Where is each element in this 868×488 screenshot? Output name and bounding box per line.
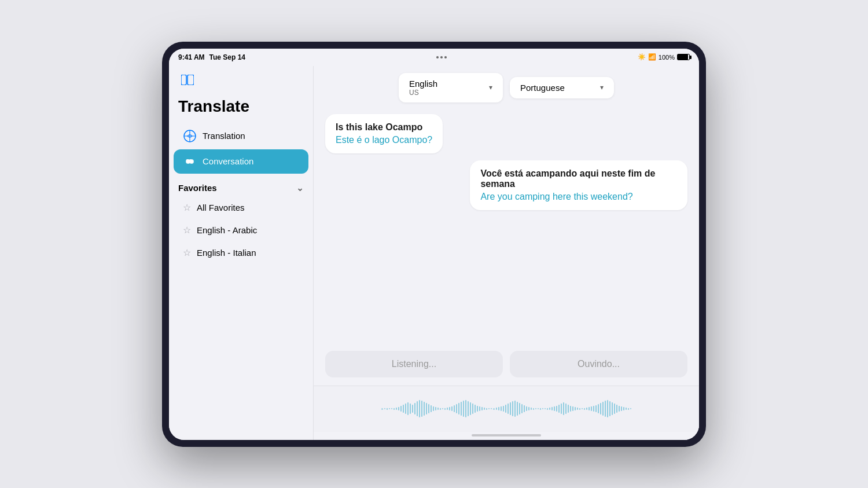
msg-left-original: Is this lake Ocampo (336, 122, 432, 133)
app-title: Translate (169, 97, 313, 116)
main-content: English US ▾ Portuguese ▾ (314, 66, 699, 440)
battery-label: 100% (659, 54, 675, 61)
conversation-label: Conversation (203, 156, 253, 166)
message-bubble-right: Você está acampando aqui neste fim de se… (470, 160, 687, 210)
lang-left-main: English (409, 79, 437, 89)
favorites-list: ☆ All Favorites ☆ English - Arabic ☆ Eng… (169, 197, 313, 265)
device-frame: 9:41 AM Tue Sep 14 ☀️ 📶 100% (162, 42, 706, 447)
status-bar: 9:41 AM Tue Sep 14 ☀️ 📶 100% (169, 49, 699, 66)
sidebar: Translate Translation (169, 66, 314, 440)
listen-right-button[interactable]: Ouvindo... (510, 351, 687, 377)
wifi-icon: 📶 (648, 53, 656, 61)
conversation-icon (183, 155, 197, 168)
lang-left-chevron-icon: ▾ (489, 83, 492, 91)
status-time: 9:41 AM (178, 53, 205, 61)
status-date: Tue Sep 14 (209, 53, 245, 61)
message-bubble-left: Is this lake Ocampo Este é o lago Ocampo… (325, 114, 443, 153)
favorites-label: Favorites (178, 183, 217, 193)
language-selector: English US ▾ Portuguese ▾ (314, 66, 699, 109)
svg-rect-1 (187, 75, 194, 85)
fav-item-all[interactable]: ☆ All Favorites (174, 197, 308, 218)
lang-left-button[interactable]: English US ▾ (399, 73, 503, 102)
home-bar (472, 434, 541, 436)
status-dots (436, 56, 447, 58)
msg-right-translated: Are you camping here this weekend? (480, 192, 677, 202)
fav-all-label: All Favorites (197, 203, 245, 212)
msg-right-original: Você está acampando aqui neste fim de se… (480, 168, 677, 189)
lang-right-chevron-icon: ▾ (600, 83, 604, 91)
translation-label: Translation (203, 131, 245, 141)
sun-icon: ☀️ (638, 53, 646, 61)
star-icon-arabic: ☆ (183, 225, 191, 236)
lang-left-sub: US (409, 89, 419, 97)
listen-left-button[interactable]: Listening... (325, 351, 503, 377)
app-body: Translate Translation (169, 66, 699, 440)
fav-arabic-label: English - Arabic (197, 225, 257, 235)
star-icon-italian: ☆ (183, 247, 191, 258)
waveform-visualization (325, 400, 687, 417)
msg-left-translated: Este é o lago Ocampo? (336, 135, 432, 145)
status-icons: ☀️ 📶 100% (638, 53, 690, 61)
nav-item-translation[interactable]: Translation (174, 124, 308, 148)
favorites-chevron-icon[interactable]: ⌄ (296, 183, 304, 193)
fav-italian-label: English - Italian (197, 248, 256, 258)
home-indicator (314, 432, 699, 440)
svg-rect-0 (181, 75, 186, 85)
battery-icon (677, 54, 690, 60)
favorites-section-header: Favorites ⌄ (169, 175, 313, 197)
fav-item-italian[interactable]: ☆ English - Italian (174, 242, 308, 263)
star-icon-all: ☆ (183, 202, 191, 213)
device-screen: 9:41 AM Tue Sep 14 ☀️ 📶 100% (169, 49, 699, 440)
lang-right-main: Portuguese (520, 83, 565, 93)
waveform-area (314, 386, 699, 432)
fav-item-arabic[interactable]: ☆ English - Arabic (174, 219, 308, 241)
listening-row: Listening... Ouvindo... (314, 345, 699, 386)
nav-item-conversation[interactable]: Conversation (174, 149, 308, 174)
translation-icon (183, 129, 197, 143)
sidebar-toggle-button[interactable] (178, 73, 197, 87)
lang-right-button[interactable]: Portuguese ▾ (510, 77, 614, 98)
conversation-area[interactable]: Is this lake Ocampo Este é o lago Ocampo… (314, 109, 699, 345)
